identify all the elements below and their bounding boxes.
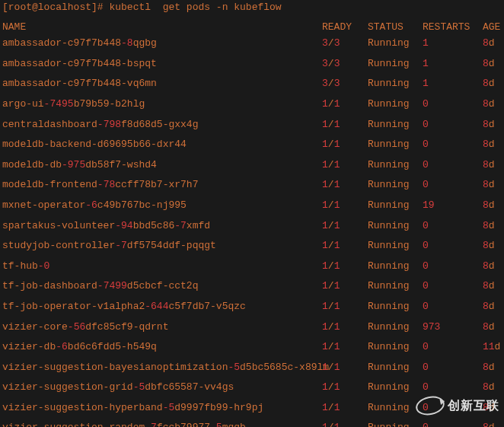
cell-restarts: 0 bbox=[423, 179, 483, 191]
table-row: mxnet-operator-6c49b767bc-nj9951/1Runnin… bbox=[2, 199, 502, 212]
cell-restarts: 0 bbox=[423, 220, 483, 232]
table-row: tf-hub-01/1Running08d bbox=[2, 260, 502, 272]
cell-name: studyjob-controller-7df5754ddf-pqqgt bbox=[2, 240, 322, 252]
table-row: modeldb-frontend-78ccff78b7-xr7h71/1Runn… bbox=[2, 179, 502, 191]
cell-age: 8d bbox=[483, 37, 495, 49]
table-row: tf-job-dashboard-7499d5cbcf-cct2q1/1Runn… bbox=[2, 280, 502, 292]
cell-name: vizier-suggestion-random-7fccb79977-5mqq… bbox=[2, 422, 322, 427]
cell-status: Running bbox=[368, 37, 423, 49]
cell-age: 8d bbox=[483, 402, 495, 414]
table-row: centraldashboard-798f8d68d5-gxx4g1/1Runn… bbox=[2, 119, 502, 131]
cell-name: spartakus-volunteer-94bbd5c86-7xmfd bbox=[2, 220, 322, 232]
cell-name: vizier-core-56dfc85cf9-qdrnt bbox=[2, 321, 322, 333]
cell-restarts: 0 bbox=[423, 159, 483, 171]
cell-name: vizier-suggestion-bayesianoptimization-5… bbox=[2, 362, 322, 374]
table-row: modeldb-backend-d69695b66-dxr441/1Runnin… bbox=[2, 139, 502, 151]
cell-status: Running bbox=[368, 179, 423, 191]
cell-age: 11d bbox=[483, 341, 500, 353]
table-row: argo-ui-7495b79b59-b2hlg1/1Running08d bbox=[2, 98, 502, 110]
cell-age: 8d bbox=[483, 321, 495, 333]
cell-restarts: 1 bbox=[423, 78, 483, 90]
cell-status: Running bbox=[368, 422, 423, 427]
cell-name: mxnet-operator-6c49b767bc-nj995 bbox=[2, 199, 322, 212]
shell-prompt-line: [root@localhost]# kubectl get pods -n ku… bbox=[2, 2, 502, 14]
cell-name: ambassador-c97f7b448-vq6mn bbox=[2, 78, 322, 90]
cell-name: vizier-suggestion-hyperband-5d9997fb99-h… bbox=[2, 402, 322, 414]
cell-age: 8d bbox=[483, 179, 495, 191]
cell-ready: 1/1 bbox=[322, 159, 368, 171]
table-row: ambassador-c97f7b448-vq6mn3/3Running18d bbox=[2, 78, 502, 90]
cell-status: Running bbox=[368, 280, 423, 292]
shell-command: kubectl get pods -n kubeflow bbox=[109, 2, 281, 14]
cell-name: argo-ui-7495b79b59-b2hlg bbox=[2, 98, 322, 110]
cell-age: 8d bbox=[483, 362, 495, 374]
cell-restarts: 0 bbox=[423, 98, 483, 110]
cell-status: Running bbox=[368, 240, 423, 252]
cell-status: Running bbox=[368, 159, 423, 171]
shell-prompt-prefix: [root@localhost]# bbox=[2, 2, 109, 14]
cell-age: 8d bbox=[483, 260, 495, 272]
cell-ready: 1/1 bbox=[322, 280, 368, 292]
cell-age: 8d bbox=[483, 58, 495, 70]
cell-restarts: 0 bbox=[423, 119, 483, 131]
table-row: tf-job-operator-v1alpha2-644c5f7db7-v5qz… bbox=[2, 301, 502, 313]
cell-ready: 1/1 bbox=[322, 402, 368, 414]
cell-restarts: 0 bbox=[423, 139, 483, 151]
col-ready: READY bbox=[322, 21, 368, 33]
cell-status: Running bbox=[368, 119, 423, 131]
cell-ready: 1/1 bbox=[322, 321, 368, 333]
col-status: STATUS bbox=[368, 21, 423, 33]
cell-age: 8d bbox=[483, 301, 495, 313]
cell-age: 8d bbox=[483, 220, 495, 232]
cell-ready: 1/1 bbox=[322, 179, 368, 191]
cell-ready: 1/1 bbox=[322, 381, 368, 394]
cell-name: modeldb-db-975db58f7-wshd4 bbox=[2, 159, 322, 171]
cell-status: Running bbox=[368, 78, 423, 90]
cell-ready: 1/1 bbox=[322, 98, 368, 110]
table-row: vizier-suggestion-grid-5dbfc65587-vv4gs1… bbox=[2, 381, 502, 394]
cell-age: 8d bbox=[483, 199, 495, 212]
cell-restarts: 0 bbox=[423, 240, 483, 252]
cell-ready: 1/1 bbox=[322, 422, 368, 427]
cell-ready: 1/1 bbox=[322, 139, 368, 151]
cell-restarts: 0 bbox=[423, 381, 483, 394]
cell-name: tf-job-operator-v1alpha2-644c5f7db7-v5qz… bbox=[2, 301, 322, 313]
cell-ready: 1/1 bbox=[322, 260, 368, 272]
cell-status: Running bbox=[368, 362, 423, 374]
cell-restarts: 0 bbox=[423, 422, 483, 427]
cell-ready: 3/3 bbox=[322, 78, 368, 90]
cell-ready: 1/1 bbox=[322, 199, 368, 212]
cell-restarts: 0 bbox=[423, 301, 483, 313]
terminal[interactable]: [root@localhost]# kubectl get pods -n ku… bbox=[0, 0, 504, 427]
cell-name: tf-job-dashboard-7499d5cbcf-cct2q bbox=[2, 280, 322, 292]
table-row: vizier-suggestion-bayesianoptimization-5… bbox=[2, 362, 502, 374]
col-name: NAME bbox=[2, 21, 322, 33]
cell-restarts: 1 bbox=[423, 37, 483, 49]
cell-restarts: 1 bbox=[423, 58, 483, 70]
table-row: vizier-core-56dfc85cf9-qdrnt1/1Running97… bbox=[2, 321, 502, 333]
cell-restarts: 0 bbox=[423, 280, 483, 292]
cell-age: 8d bbox=[483, 381, 495, 394]
cell-ready: 3/3 bbox=[322, 37, 368, 49]
cell-status: Running bbox=[368, 139, 423, 151]
cell-name: vizier-db-6bd6c6fdd5-h549q bbox=[2, 341, 322, 353]
cell-ready: 1/1 bbox=[322, 220, 368, 232]
cell-age: 8d bbox=[483, 139, 495, 151]
cell-restarts: 0 bbox=[423, 362, 483, 374]
cell-ready: 1/1 bbox=[322, 240, 368, 252]
cell-age: 8d bbox=[483, 240, 495, 252]
cell-age: 8d bbox=[483, 78, 495, 90]
table-row: ambassador-c97f7b448-8qgbg3/3Running18d bbox=[2, 37, 502, 49]
cell-age: 8d bbox=[483, 119, 495, 131]
cell-status: Running bbox=[368, 341, 423, 353]
table-row: spartakus-volunteer-94bbd5c86-7xmfd1/1Ru… bbox=[2, 220, 502, 232]
cell-age: 8d bbox=[483, 98, 495, 110]
cell-restarts: 0 bbox=[423, 402, 483, 414]
cell-status: Running bbox=[368, 321, 423, 333]
cell-name: ambassador-c97f7b448-8qgbg bbox=[2, 37, 322, 49]
cell-name: tf-hub-0 bbox=[2, 260, 322, 272]
cell-name: vizier-suggestion-grid-5dbfc65587-vv4gs bbox=[2, 381, 322, 394]
cell-status: Running bbox=[368, 260, 423, 272]
cell-ready: 1/1 bbox=[322, 362, 368, 374]
cell-status: Running bbox=[368, 98, 423, 110]
